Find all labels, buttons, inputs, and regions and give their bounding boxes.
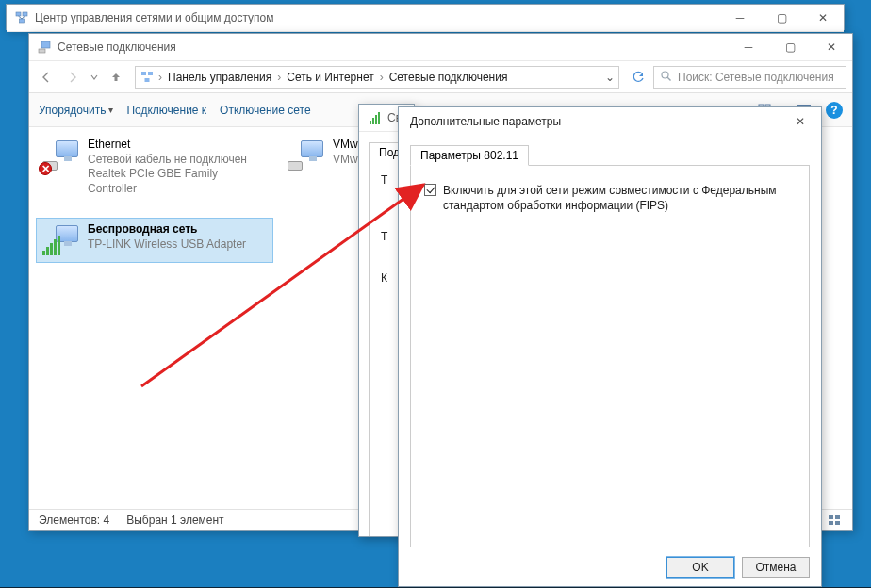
- help-button[interactable]: ?: [826, 102, 843, 119]
- refresh-button[interactable]: [627, 66, 649, 89]
- fips-checkbox[interactable]: [424, 184, 436, 196]
- advanced-parameters-dialog: Дополнительные параметры ✕ Параметры 802…: [398, 106, 822, 587]
- maximize-button[interactable]: ▢: [761, 5, 802, 31]
- connection-driver: Realtek PCIe GBE Family Controller: [88, 167, 269, 196]
- ok-button[interactable]: OK: [666, 557, 734, 578]
- row-label: Т: [381, 173, 387, 187]
- up-button[interactable]: [105, 66, 127, 89]
- svg-rect-26: [835, 521, 840, 525]
- connection-name: VMw: [333, 138, 358, 153]
- back-button[interactable]: [35, 66, 58, 89]
- organize-menu[interactable]: Упорядочить▾: [39, 104, 113, 117]
- connection-wireless[interactable]: Беспроводная сеть TP-LINK Wireless USB A…: [37, 219, 272, 262]
- svg-rect-25: [829, 521, 833, 525]
- vmware-icon: [286, 138, 325, 173]
- close-button[interactable]: ✕: [811, 34, 852, 60]
- row-label: К: [381, 271, 387, 285]
- tab-80211-parameters[interactable]: Параметры 802.11: [410, 145, 529, 166]
- icons-view-icon[interactable]: [826, 512, 843, 529]
- control-panel-icon: [140, 70, 155, 85]
- search-icon: [660, 70, 672, 85]
- connection-ethernet[interactable]: ✕ Ethernet Сетевой кабель не подключен R…: [37, 134, 272, 200]
- status-item-count: Элементов: 4: [39, 514, 109, 527]
- svg-line-3: [19, 16, 23, 19]
- svg-line-4: [22, 16, 25, 19]
- breadcrumb-dropdown[interactable]: ⌄: [600, 71, 615, 84]
- svg-rect-7: [141, 72, 146, 75]
- cancel-button[interactable]: Отмена: [742, 557, 810, 578]
- close-button[interactable]: ✕: [780, 107, 821, 135]
- connection-driver: VMw: [333, 153, 358, 168]
- svg-rect-2: [20, 19, 25, 23]
- minimize-button[interactable]: ─: [728, 34, 769, 60]
- window-title: Сетевые подключения: [58, 41, 728, 54]
- network-connections-icon: [37, 40, 52, 55]
- connection-driver: TP-LINK Wireless USB Adapter: [88, 237, 246, 253]
- titlebar: Центр управления сетями и общим доступом…: [7, 5, 844, 32]
- connection-status: Сетевой кабель не подключен: [88, 153, 269, 168]
- network-center-window: Центр управления сетями и общим доступом…: [6, 4, 845, 30]
- window-title: Центр управления сетями и общим доступом: [35, 11, 719, 24]
- connection-name: Ethernet: [88, 138, 269, 153]
- svg-point-10: [662, 72, 668, 78]
- svg-rect-23: [829, 515, 833, 519]
- error-x-icon: ✕: [39, 162, 52, 175]
- breadcrumb-network-internet[interactable]: Сеть и Интернет: [285, 71, 375, 84]
- status-selected-count: Выбран 1 элемент: [126, 514, 223, 527]
- svg-rect-24: [835, 515, 840, 519]
- search-box[interactable]: Поиск: Сетевые подключения: [653, 66, 846, 89]
- recent-dropdown[interactable]: [88, 66, 101, 89]
- svg-rect-9: [145, 78, 150, 82]
- row-label: Т: [381, 230, 387, 243]
- fips-checkbox-label: Включить для этой сети режим совместимос…: [443, 183, 796, 213]
- svg-rect-8: [148, 72, 153, 75]
- tab-strip: Параметры 802.11: [410, 144, 810, 166]
- maximize-button[interactable]: ▢: [769, 34, 811, 60]
- signal-bars-icon: [42, 236, 60, 255]
- navigation-bar: › Панель управления › Сеть и Интернет › …: [29, 61, 852, 93]
- svg-rect-0: [16, 12, 21, 16]
- svg-rect-1: [23, 12, 27, 16]
- connection-name: Беспроводная сеть: [88, 222, 246, 237]
- wireless-signal-icon: [367, 110, 382, 125]
- ethernet-icon: ✕: [41, 138, 80, 173]
- minimize-button[interactable]: ─: [719, 5, 761, 31]
- titlebar: Дополнительные параметры ✕: [399, 107, 821, 135]
- tab-panel: Включить для этой сети режим совместимос…: [410, 166, 810, 547]
- wireless-icon: [41, 222, 80, 258]
- svg-rect-6: [39, 49, 45, 53]
- titlebar: Сетевые подключения ─ ▢ ✕: [29, 34, 852, 61]
- close-button[interactable]: ✕: [802, 5, 844, 31]
- search-placeholder: Поиск: Сетевые подключения: [678, 71, 834, 84]
- disable-device-button[interactable]: Отключение сете: [220, 104, 311, 117]
- breadcrumb-control-panel[interactable]: Панель управления: [166, 71, 273, 84]
- network-center-icon: [14, 10, 29, 25]
- connect-to-button[interactable]: Подключение к: [126, 104, 206, 117]
- dialog-title: Дополнительные параметры: [410, 115, 780, 128]
- svg-line-11: [667, 77, 670, 80]
- forward-button[interactable]: [61, 66, 84, 89]
- address-bar[interactable]: › Панель управления › Сеть и Интернет › …: [135, 66, 619, 89]
- svg-rect-5: [41, 41, 50, 48]
- breadcrumb-network-connections[interactable]: Сетевые подключения: [387, 71, 510, 84]
